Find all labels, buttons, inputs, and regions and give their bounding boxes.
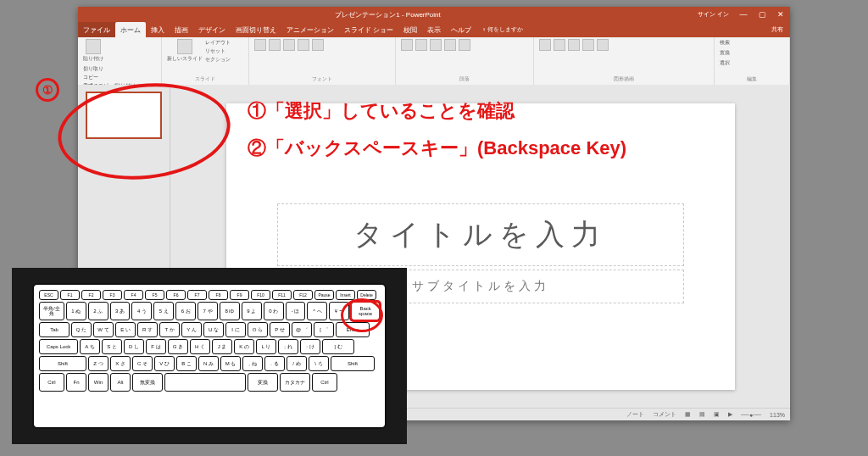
copy-button[interactable]: コピー bbox=[83, 74, 136, 81]
status-notes[interactable]: ノート bbox=[626, 410, 644, 419]
alignright-icon[interactable] bbox=[459, 39, 470, 51]
key: Insert bbox=[336, 290, 355, 300]
group-slides-label: スライド bbox=[167, 75, 243, 83]
zoom-slider[interactable]: ──●── bbox=[741, 412, 761, 418]
key: F10 bbox=[251, 290, 270, 300]
view-normal-icon[interactable]: ▦ bbox=[685, 411, 691, 418]
key: L り bbox=[256, 339, 276, 354]
bullets-icon[interactable] bbox=[401, 39, 413, 51]
key: 0 わ bbox=[264, 302, 284, 320]
annotation-text-1: ①「選択」していることを確認 bbox=[248, 98, 515, 124]
key: @ ゛ bbox=[292, 322, 312, 337]
shapes-icon[interactable] bbox=[539, 39, 551, 51]
key: R す bbox=[137, 322, 158, 337]
title-placeholder[interactable]: タイトルを入力 bbox=[277, 203, 684, 266]
key: Tab bbox=[39, 322, 70, 337]
key: F4 bbox=[124, 290, 143, 300]
arrange-icon[interactable] bbox=[554, 39, 565, 51]
key: 3 あ bbox=[110, 302, 131, 320]
tab-view[interactable]: 表示 bbox=[422, 22, 446, 37]
tab-file[interactable]: ファイル bbox=[78, 22, 115, 37]
signin-label[interactable]: サイン イン bbox=[698, 10, 729, 19]
tab-draw[interactable]: 描画 bbox=[170, 22, 193, 37]
key: C そ bbox=[132, 356, 153, 371]
cut-button[interactable]: 切り取り bbox=[83, 65, 136, 73]
key: / め bbox=[287, 356, 307, 371]
key: Y ん bbox=[181, 322, 202, 337]
status-comments[interactable]: コメント bbox=[653, 410, 676, 419]
key: Back space bbox=[351, 302, 380, 320]
key: 9 よ bbox=[242, 302, 262, 320]
bold-icon[interactable] bbox=[269, 39, 281, 51]
key: : け bbox=[300, 339, 320, 354]
alignleft-icon[interactable] bbox=[430, 39, 442, 51]
minimize-button[interactable]: — bbox=[734, 7, 753, 22]
font-icon[interactable] bbox=[254, 39, 266, 51]
key: F2 bbox=[81, 290, 101, 300]
view-reading-icon[interactable]: ▣ bbox=[714, 411, 720, 418]
tellme-input[interactable]: ♀ 何をしますか bbox=[481, 25, 523, 34]
tab-review[interactable]: 校閲 bbox=[398, 22, 422, 37]
group-slides: 新しいスライド レイアウト リセット セクション スライド bbox=[162, 37, 249, 85]
share-button[interactable]: 共有 bbox=[771, 25, 783, 34]
key: Alt bbox=[110, 373, 131, 392]
tab-insert[interactable]: 挿入 bbox=[146, 22, 170, 37]
aligncenter-icon[interactable] bbox=[444, 39, 456, 51]
group-clipboard: 貼り付け 切り取り コピー 書式のコピー/貼り付け クリップボード bbox=[78, 37, 162, 85]
key: F1 bbox=[60, 290, 80, 300]
select-button[interactable]: 選択 bbox=[720, 59, 730, 67]
reset-button[interactable]: リセット bbox=[205, 47, 231, 55]
quickstyles-icon[interactable] bbox=[568, 39, 580, 51]
key: Ctrl bbox=[39, 373, 64, 392]
key: F9 bbox=[230, 290, 249, 300]
close-button[interactable]: ✕ bbox=[771, 7, 790, 22]
tab-help[interactable]: ヘルプ bbox=[446, 22, 476, 37]
italic-icon[interactable] bbox=[283, 39, 295, 51]
key: H く bbox=[190, 339, 210, 354]
layout-button[interactable]: レイアウト bbox=[205, 39, 231, 47]
group-font: フォント bbox=[249, 37, 396, 85]
key: F6 bbox=[166, 290, 186, 300]
underline-icon[interactable] bbox=[298, 39, 309, 51]
zoom-level[interactable]: 113% bbox=[770, 412, 785, 418]
key: N み bbox=[198, 356, 219, 371]
key: 6 お bbox=[175, 302, 196, 320]
tab-transitions[interactable]: 画面切り替え bbox=[231, 22, 281, 37]
view-slideshow-icon[interactable]: ▶ bbox=[728, 411, 732, 418]
window-title: プレゼンテーション1 - PowerPoint bbox=[78, 10, 698, 19]
annotation-text-2: ②「バックスペースキー」(Backspace Key) bbox=[248, 136, 626, 161]
outline-icon[interactable] bbox=[597, 39, 609, 51]
key: Enter bbox=[336, 322, 370, 337]
key: Z つ bbox=[88, 356, 108, 371]
section-button[interactable]: セクション bbox=[205, 56, 231, 64]
group-editing: 検索 置換 選択 編集 bbox=[715, 37, 790, 85]
key: Win bbox=[88, 373, 108, 392]
key: W て bbox=[93, 322, 114, 337]
key: K の bbox=[234, 339, 254, 354]
tab-animations[interactable]: アニメーション bbox=[281, 22, 339, 37]
key-row-z: ShiftZ つX さC そV ひB こN みM も, ね. る/ め\ ろSh… bbox=[39, 356, 380, 371]
numbering-icon[interactable] bbox=[415, 39, 427, 51]
key: Fn bbox=[66, 373, 86, 392]
key: Ctrl bbox=[312, 373, 337, 392]
key: Caps Lock bbox=[39, 339, 78, 354]
find-button[interactable]: 検索 bbox=[720, 39, 730, 47]
key-row-q: TabQ たW てE いR すT かY んU なI にO らP せ@ ゛[ ゜E… bbox=[39, 322, 380, 337]
replace-button[interactable]: 置換 bbox=[720, 49, 730, 57]
fill-icon[interactable] bbox=[582, 39, 594, 51]
fontcolor-icon[interactable] bbox=[312, 39, 324, 51]
paste-button[interactable]: 貼り付け bbox=[83, 39, 103, 63]
view-sorter-icon[interactable]: ▤ bbox=[699, 411, 705, 418]
key: X さ bbox=[110, 356, 131, 371]
key: E い bbox=[115, 322, 136, 337]
maximize-button[interactable]: ▢ bbox=[753, 7, 771, 22]
tab-slideshow[interactable]: スライド ショー bbox=[339, 22, 398, 37]
key: ESC bbox=[39, 290, 58, 300]
group-drawing-label: 図形描画 bbox=[539, 75, 709, 83]
tab-design[interactable]: デザイン bbox=[193, 22, 231, 37]
newslide-button[interactable]: 新しいスライド bbox=[167, 39, 203, 63]
tab-home[interactable]: ホーム bbox=[115, 22, 146, 37]
key: ^ へ bbox=[307, 302, 327, 320]
key-row-bottom: CtrlFnWinAlt無変換変換カタカナCtrl bbox=[39, 373, 380, 392]
keyboard-illustration: ESCF1F2F3F4F5F6F7F8F9F10F11F12PauseInser… bbox=[12, 268, 407, 444]
